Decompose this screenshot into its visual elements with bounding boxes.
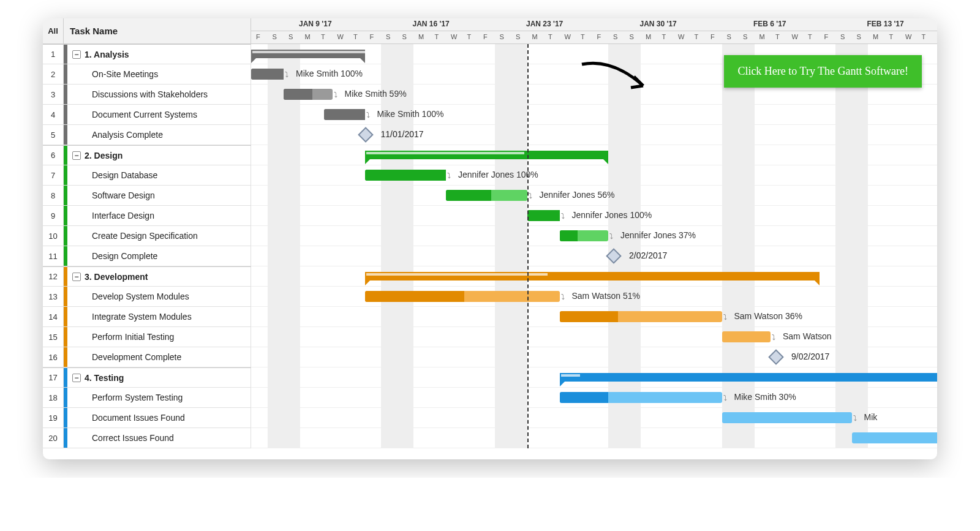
task-bar[interactable]: Jennifer Jones 56% bbox=[446, 190, 527, 201]
cta-try-button[interactable]: Click Here to Try The Gantt Software! bbox=[724, 55, 922, 88]
task-name-cell[interactable]: Design Complete bbox=[67, 246, 251, 266]
gantt-row[interactable] bbox=[251, 266, 937, 287]
task-name-cell[interactable]: Document Current Systems bbox=[67, 105, 251, 124]
gantt-row[interactable] bbox=[251, 145, 937, 165]
milestone-diamond-icon[interactable] bbox=[768, 349, 783, 364]
task-name-cell[interactable]: Integrate System Modules bbox=[67, 307, 251, 326]
gantt-row[interactable]: ⤵Jennifer Jones 100% bbox=[251, 165, 937, 186]
task-row[interactable]: 15Perform Initial Testing bbox=[43, 327, 251, 347]
task-group-row[interactable]: 1−1. Analysis bbox=[43, 44, 251, 64]
gantt-row[interactable]: ⤵Mike Smith 100% bbox=[251, 105, 937, 125]
gantt-row[interactable]: 11/01/2017 bbox=[251, 125, 937, 145]
task-name-cell[interactable]: Create Design Specification bbox=[67, 226, 251, 246]
day-label: W bbox=[337, 33, 344, 40]
summary-bar[interactable] bbox=[365, 272, 820, 281]
task-name-cell[interactable]: −2. Design bbox=[67, 146, 251, 165]
gantt-row[interactable] bbox=[251, 367, 937, 388]
task-row[interactable]: 9Interface Design bbox=[43, 206, 251, 226]
milestone-diamond-icon[interactable] bbox=[606, 248, 621, 263]
task-name-cell[interactable]: Perform Initial Testing bbox=[67, 327, 251, 347]
summary-bar[interactable] bbox=[560, 373, 938, 382]
summary-bar[interactable] bbox=[365, 151, 609, 159]
task-row[interactable]: 14Integrate System Modules bbox=[43, 307, 251, 327]
collapse-toggle-icon[interactable]: − bbox=[72, 374, 81, 382]
task-bar[interactable]: Jennifer Jones 100% bbox=[365, 170, 447, 181]
task-name-cell[interactable]: Discussions with Stakeholders bbox=[67, 85, 251, 104]
task-bar[interactable]: Mike Smith 100% bbox=[324, 109, 364, 120]
task-bar[interactable] bbox=[852, 432, 938, 443]
day-label: W bbox=[565, 33, 571, 40]
gantt-row[interactable]: ⤵Jennifer Jones 56% bbox=[251, 186, 937, 206]
collapse-toggle-icon[interactable]: − bbox=[72, 50, 81, 59]
task-bar[interactable]: Sam Watson 51% bbox=[365, 291, 560, 302]
row-number: 8 bbox=[43, 186, 64, 205]
task-name-cell[interactable]: Development Complete bbox=[67, 347, 251, 367]
task-row[interactable]: 4Document Current Systems bbox=[43, 105, 251, 125]
gantt-row[interactable]: 2/02/2017 bbox=[251, 246, 937, 266]
dependency-arrow-icon: ⤵ bbox=[609, 232, 613, 241]
task-name-cell[interactable]: On-Site Meetings bbox=[67, 64, 251, 84]
task-row[interactable]: 10Create Design Specification bbox=[43, 226, 251, 246]
task-row[interactable]: 2On-Site Meetings bbox=[43, 64, 251, 85]
task-bar[interactable]: Sam Watson bbox=[722, 331, 771, 342]
day-label: S bbox=[630, 33, 634, 40]
gantt-row[interactable]: ⤵Jennifer Jones 37% bbox=[251, 226, 937, 246]
dependency-arrow-icon: ⤵ bbox=[723, 394, 727, 402]
task-name-cell[interactable]: Software Design bbox=[67, 186, 251, 205]
collapse-toggle-icon[interactable]: − bbox=[72, 273, 81, 281]
task-bar[interactable]: Mike Smith 59% bbox=[284, 89, 333, 100]
task-bar[interactable]: Sam Watson 36% bbox=[560, 311, 722, 322]
task-bar[interactable]: Mik bbox=[722, 412, 852, 423]
task-name-cell[interactable]: Interface Design bbox=[67, 206, 251, 225]
task-row[interactable]: 8Software Design bbox=[43, 186, 251, 206]
timeline-header[interactable]: JAN 9 '17JAN 16 '17JAN 23 '17JAN 30 '17F… bbox=[251, 18, 937, 43]
task-row[interactable]: 11Design Complete bbox=[43, 246, 251, 266]
task-bar[interactable]: Jennifer Jones 100% bbox=[527, 210, 560, 221]
task-bar[interactable]: Mike Smith 30% bbox=[560, 392, 722, 403]
row-number: 13 bbox=[43, 287, 64, 306]
task-row[interactable]: 16Development Complete bbox=[43, 347, 251, 367]
dependency-arrow-icon: ⤵ bbox=[853, 414, 857, 423]
task-name-cell[interactable]: Correct Issues Found bbox=[67, 428, 251, 448]
task-name: Design Database bbox=[92, 170, 157, 180]
task-name-cell[interactable]: Develop System Modules bbox=[67, 287, 251, 306]
gantt-row[interactable]: ⤵ bbox=[251, 428, 937, 448]
select-all-column[interactable]: All bbox=[43, 18, 64, 43]
task-group-row[interactable]: 12−3. Development bbox=[43, 266, 251, 287]
task-row[interactable]: 19Document Issues Found bbox=[43, 408, 251, 428]
gantt-row[interactable]: ⤵Mike Smith 30% bbox=[251, 388, 937, 408]
gantt-row[interactable]: ⤵Sam Watson 36% bbox=[251, 307, 937, 327]
gantt-row[interactable]: ⤵Mik bbox=[251, 408, 937, 428]
task-name-cell[interactable]: Analysis Complete bbox=[67, 125, 251, 145]
task-bar[interactable]: Mike Smith 100% bbox=[251, 69, 284, 80]
task-name-header[interactable]: Task Name bbox=[64, 18, 251, 43]
task-bar[interactable]: Jennifer Jones 37% bbox=[560, 230, 609, 241]
task-row[interactable]: 18Perform System Testing bbox=[43, 388, 251, 408]
week-label: FEB 13 '17 bbox=[867, 20, 904, 28]
task-name-cell[interactable]: Design Database bbox=[67, 165, 251, 185]
task-row[interactable]: 5Analysis Complete bbox=[43, 125, 251, 145]
task-row[interactable]: 20Correct Issues Found bbox=[43, 428, 251, 448]
task-name-cell[interactable]: −4. Testing bbox=[67, 368, 251, 387]
task-row[interactable]: 3Discussions with Stakeholders bbox=[43, 85, 251, 105]
task-row[interactable]: 13Develop System Modules bbox=[43, 287, 251, 307]
summary-bar[interactable] bbox=[251, 50, 365, 58]
gantt-row[interactable]: 9/02/2017 bbox=[251, 347, 937, 367]
task-group-row[interactable]: 6−2. Design bbox=[43, 145, 251, 165]
milestone-diamond-icon[interactable] bbox=[358, 127, 373, 142]
task-name-cell[interactable]: Perform System Testing bbox=[67, 388, 251, 407]
gantt-row[interactable]: ⤵Jennifer Jones 100% bbox=[251, 206, 937, 226]
task-row[interactable]: 7Design Database bbox=[43, 165, 251, 186]
day-label: S bbox=[516, 33, 520, 40]
task-name-cell[interactable]: −1. Analysis bbox=[67, 45, 251, 64]
gantt-row[interactable]: ⤵Sam Watson 51% bbox=[251, 287, 937, 307]
week-label: JAN 30 '17 bbox=[640, 20, 677, 28]
task-bar-label: Mike Smith 59% bbox=[345, 89, 407, 99]
task-group-row[interactable]: 17−4. Testing bbox=[43, 367, 251, 388]
task-name-cell[interactable]: Document Issues Found bbox=[67, 408, 251, 427]
task-bar-label: Jennifer Jones 100% bbox=[458, 170, 538, 179]
day-label: S bbox=[743, 33, 747, 40]
gantt-row[interactable]: ⤵Sam Watson bbox=[251, 327, 937, 347]
collapse-toggle-icon[interactable]: − bbox=[72, 151, 81, 160]
task-name-cell[interactable]: −3. Development bbox=[67, 267, 251, 286]
